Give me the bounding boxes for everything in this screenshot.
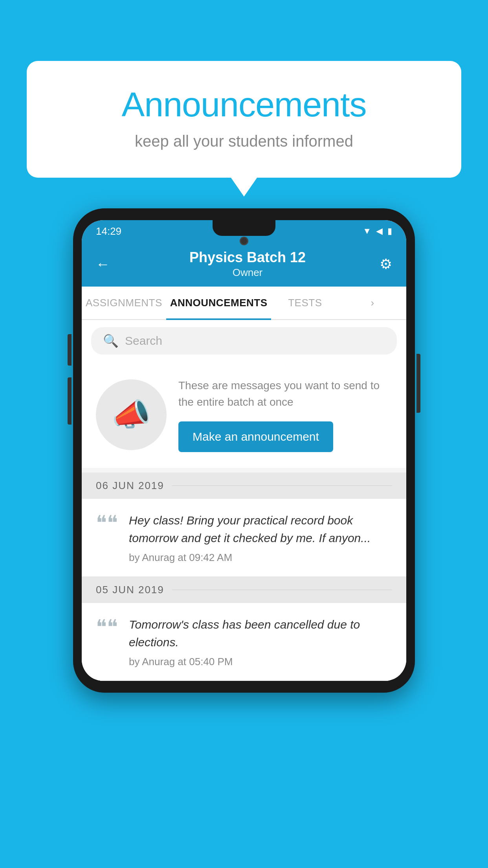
phone-button-vol-down bbox=[68, 334, 72, 366]
make-announcement-button[interactable]: Make an announcement bbox=[178, 421, 333, 452]
battery-icon: ▮ bbox=[387, 226, 392, 236]
search-bar-container: 🔍 Search bbox=[82, 320, 406, 362]
app-bar-title: Physics Batch 12 bbox=[189, 249, 306, 266]
phone-screen: 14:29 ▼ ◀ ▮ ← Physics Batch 12 Owner ⚙ A… bbox=[82, 220, 406, 681]
bubble-subtitle: keep all your students informed bbox=[58, 132, 430, 150]
announcement-text-2: Tomorrow's class has been cancelled due … bbox=[129, 616, 392, 651]
wifi-icon: ▼ bbox=[363, 226, 371, 236]
announcement-icon-circle: 📣 bbox=[96, 379, 167, 450]
announcement-content-2: Tomorrow's class has been cancelled due … bbox=[129, 616, 392, 668]
tab-bar: ASSIGNMENTS ANNOUNCEMENTS TESTS › bbox=[82, 287, 406, 320]
date-label-2: 05 JUN 2019 bbox=[96, 584, 164, 596]
tab-announcements[interactable]: ANNOUNCEMENTS bbox=[166, 287, 272, 319]
date-line-2 bbox=[172, 590, 392, 590]
status-icons: ▼ ◀ ▮ bbox=[363, 226, 392, 236]
date-label-1: 06 JUN 2019 bbox=[96, 480, 164, 492]
announcement-text-1: Hey class! Bring your practical record b… bbox=[129, 511, 392, 547]
bubble-title: Announcements bbox=[58, 85, 430, 125]
promo-card: 📣 These are messages you want to send to… bbox=[82, 362, 406, 468]
search-input[interactable]: Search bbox=[125, 334, 162, 348]
content-area: 🔍 Search 📣 These are messages you want t… bbox=[82, 320, 406, 681]
settings-icon[interactable]: ⚙ bbox=[380, 256, 392, 272]
announcement-item-1[interactable]: ❝❝ Hey class! Bring your practical recor… bbox=[82, 499, 406, 577]
phone-frame: 14:29 ▼ ◀ ▮ ← Physics Batch 12 Owner ⚙ A… bbox=[73, 208, 415, 693]
quote-icon-1: ❝❝ bbox=[96, 513, 118, 533]
app-bar: ← Physics Batch 12 Owner ⚙ bbox=[82, 242, 406, 287]
speech-bubble-container: Announcements keep all your students inf… bbox=[27, 61, 461, 178]
announcement-author-2: by Anurag at 05:40 PM bbox=[129, 656, 392, 668]
tab-tests[interactable]: TESTS bbox=[271, 287, 339, 319]
signal-icon: ◀ bbox=[376, 226, 383, 236]
promo-content: These are messages you want to send to t… bbox=[178, 377, 392, 452]
megaphone-icon: 📣 bbox=[112, 396, 151, 433]
search-icon: 🔍 bbox=[103, 333, 119, 348]
phone-container: 14:29 ▼ ◀ ▮ ← Physics Batch 12 Owner ⚙ A… bbox=[73, 208, 415, 693]
tab-assignments[interactable]: ASSIGNMENTS bbox=[82, 287, 166, 319]
tab-more[interactable]: › bbox=[339, 287, 406, 319]
promo-description: These are messages you want to send to t… bbox=[178, 377, 392, 410]
announcement-author-1: by Anurag at 09:42 AM bbox=[129, 552, 392, 564]
search-bar[interactable]: 🔍 Search bbox=[91, 327, 397, 355]
speech-bubble: Announcements keep all your students inf… bbox=[27, 61, 461, 178]
date-separator-2: 05 JUN 2019 bbox=[82, 577, 406, 603]
phone-camera bbox=[240, 237, 248, 245]
phone-notch bbox=[213, 220, 275, 236]
date-line-1 bbox=[172, 485, 392, 486]
announcement-content-1: Hey class! Bring your practical record b… bbox=[129, 511, 392, 564]
announcement-item-2[interactable]: ❝❝ Tomorrow's class has been cancelled d… bbox=[82, 603, 406, 681]
phone-button-vol-up bbox=[68, 377, 72, 425]
app-bar-title-group: Physics Batch 12 Owner bbox=[189, 249, 306, 279]
date-separator-1: 06 JUN 2019 bbox=[82, 473, 406, 499]
status-time: 14:29 bbox=[96, 225, 121, 237]
back-button[interactable]: ← bbox=[96, 256, 116, 272]
phone-button-power bbox=[416, 354, 420, 413]
app-bar-subtitle: Owner bbox=[189, 267, 306, 279]
quote-icon-2: ❝❝ bbox=[96, 617, 118, 638]
